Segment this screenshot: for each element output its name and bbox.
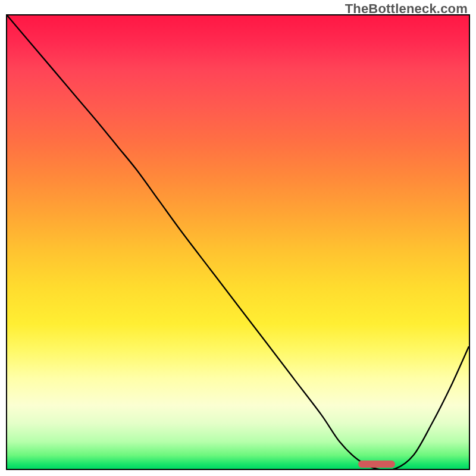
optimal-marker xyxy=(358,461,395,468)
curve-svg xyxy=(7,15,469,469)
chart-frame xyxy=(6,14,470,470)
bottleneck-curve xyxy=(7,15,469,469)
